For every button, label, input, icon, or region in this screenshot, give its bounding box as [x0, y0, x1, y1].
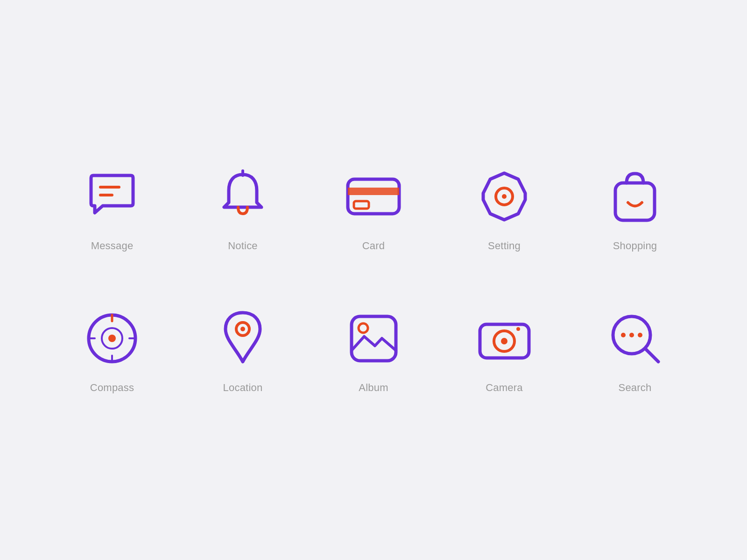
svg-point-23: [516, 327, 520, 331]
location-label: Location: [223, 382, 263, 394]
svg-point-26: [621, 333, 626, 337]
search-label: Search: [619, 382, 652, 394]
camera-label: Camera: [486, 382, 522, 394]
icon-item-compass: Compass: [82, 308, 142, 394]
shopping-icon: [605, 166, 665, 227]
compass-label: Compass: [90, 382, 134, 394]
svg-point-22: [501, 338, 507, 344]
svg-rect-8: [615, 183, 655, 220]
icon-item-search: Search: [605, 308, 665, 394]
setting-icon: [474, 166, 535, 227]
svg-rect-5: [354, 201, 369, 209]
icon-item-card: Card: [343, 166, 404, 252]
svg-point-27: [629, 333, 634, 337]
icon-item-setting: Setting: [474, 166, 535, 252]
svg-point-28: [638, 333, 642, 337]
svg-point-11: [108, 335, 116, 342]
notice-label: Notice: [228, 240, 258, 252]
album-icon: [343, 308, 404, 369]
svg-rect-4: [348, 188, 399, 195]
svg-line-25: [646, 349, 658, 362]
notice-icon: [212, 166, 273, 227]
icon-item-album: Album: [343, 308, 404, 394]
icon-grid: Message Notice C: [65, 166, 682, 394]
setting-label: Setting: [488, 240, 521, 252]
svg-point-7: [502, 194, 507, 199]
svg-point-17: [240, 327, 245, 331]
camera-icon: [474, 308, 535, 369]
icon-item-location: Location: [212, 308, 273, 394]
icon-item-message: Message: [82, 166, 142, 252]
message-label: Message: [91, 240, 134, 252]
icon-item-shopping: Shopping: [605, 166, 665, 252]
svg-rect-18: [352, 316, 396, 361]
message-icon: [82, 166, 142, 227]
album-label: Album: [359, 382, 388, 394]
icon-item-camera: Camera: [474, 308, 535, 394]
search-icon: [605, 308, 665, 369]
shopping-label: Shopping: [613, 240, 657, 252]
location-icon: [212, 308, 273, 369]
svg-point-19: [359, 323, 368, 333]
compass-icon: [82, 308, 142, 369]
card-icon: [343, 166, 404, 227]
icon-item-notice: Notice: [212, 166, 273, 252]
card-label: Card: [362, 240, 385, 252]
